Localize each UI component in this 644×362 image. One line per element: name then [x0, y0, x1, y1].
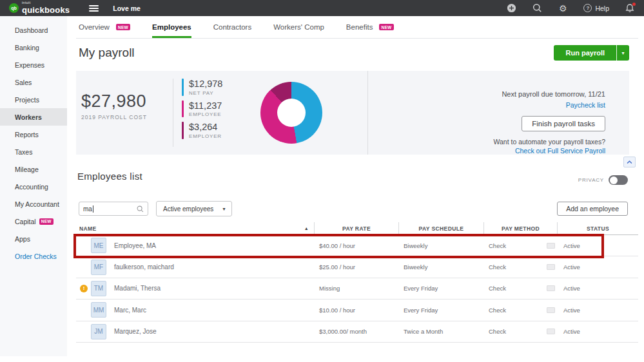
tab-workers-comp[interactable]: Workers' Comp — [273, 16, 324, 38]
pay-method-cell: Check — [483, 285, 557, 292]
employee-name[interactable]: Marquez, Jose — [114, 328, 157, 335]
pay-method-cell: Check — [483, 307, 557, 314]
employee-row[interactable]: JM Marquez, Jose $3,000.00/ month Twice … — [76, 321, 638, 343]
pay-rate-cell: $25.00 / hour — [314, 263, 398, 271]
run-payroll-button[interactable]: Run payroll — [554, 45, 616, 61]
sidebar-item-order-checks[interactable]: Order Checks — [0, 247, 67, 265]
employee-avatar: TM — [91, 281, 106, 296]
employee-row[interactable]: MF faulkerson, maichard $25.00 / hour Bi… — [76, 256, 638, 278]
pay-schedule-cell: Biweekly — [398, 263, 483, 271]
full-service-payroll-link[interactable]: Check out Full Service Payroll — [373, 147, 605, 155]
employee-row[interactable]: ! TM Madami, Thersa Missing Every Friday… — [76, 278, 638, 300]
legend-color-bar — [182, 100, 184, 118]
legend-item-net-pay: $12,978 NET PAY — [182, 79, 222, 96]
tab-contractors[interactable]: Contractors — [213, 16, 251, 38]
employee-name[interactable]: Madami, Thersa — [114, 285, 161, 292]
payroll-total-value: $27,980 — [81, 91, 147, 111]
sidebar-item-accounting[interactable]: Accounting — [0, 178, 67, 195]
quickbooks-logo[interactable]: qb intuit quickbooks — [9, 1, 70, 15]
sidebar-item-my-accountant[interactable]: My Accountant — [0, 195, 67, 213]
hamburger-menu-icon[interactable] — [89, 5, 99, 12]
sidebar-item-banking[interactable]: Banking — [0, 39, 67, 56]
brand-name: quickbooks — [22, 5, 70, 15]
top-navigation-bar: qb intuit quickbooks Love me ⚙ ? Help — [0, 0, 644, 16]
filter-selected-value: Active employees — [163, 205, 213, 213]
sidebar-item-expenses[interactable]: Expenses — [0, 56, 67, 73]
employee-row[interactable]: MM Marc, Marc $10.00 / hour Every Friday… — [76, 300, 638, 321]
magnifier-icon — [137, 205, 144, 213]
column-header-status[interactable]: STATUS — [557, 222, 638, 234]
create-plus-icon[interactable] — [506, 3, 516, 14]
row-indicator-box — [547, 285, 555, 291]
notification-dot — [632, 3, 636, 6]
sidebar-item-sales[interactable]: Sales — [0, 73, 67, 91]
employee-avatar: MF — [91, 260, 106, 275]
pay-schedule-cell: Every Friday — [398, 285, 483, 292]
employees-table-header: NAME ▲ PAY RATE PAY SCHEDULE PAY METHOD … — [76, 222, 638, 235]
tab-benefits[interactable]: Benefits NEW — [346, 16, 394, 38]
column-header-name[interactable]: NAME ▲ — [76, 225, 314, 232]
tab-employees[interactable]: Employees — [152, 16, 191, 38]
legend-item-employer: $3,264 EMPLOYER — [182, 122, 222, 139]
text-cursor — [93, 205, 93, 213]
quickbooks-payroll-page: qb intuit quickbooks Love me ⚙ ? Help — [0, 0, 644, 362]
divider — [367, 71, 368, 155]
qb-logo-icon: qb — [9, 3, 19, 13]
employee-name[interactable]: faulkerson, maichard — [114, 263, 174, 271]
privacy-label: PRIVACY — [578, 177, 604, 183]
employee-name[interactable]: Employee, MA — [114, 242, 156, 249]
employee-name[interactable]: Marc, Marc — [114, 307, 146, 314]
main-content: Overview NEW Employees Contractors Worke… — [67, 16, 638, 362]
status-cell: Active — [557, 307, 638, 314]
gear-icon[interactable]: ⚙ — [558, 3, 568, 14]
sidebar-item-workers[interactable]: Workers — [0, 108, 67, 126]
sidebar-navigation: Dashboard Banking Expenses Sales Project… — [0, 16, 67, 356]
notifications-bell-icon[interactable] — [625, 3, 635, 14]
sidebar-item-dashboard[interactable]: Dashboard — [0, 21, 67, 39]
employee-status-filter-dropdown[interactable]: Active employees ▾ — [156, 201, 232, 216]
new-badge: NEW — [379, 24, 393, 30]
status-cell: Active — [557, 285, 638, 292]
sidebar-item-mileage[interactable]: Mileage — [0, 160, 67, 178]
new-badge: NEW — [116, 24, 130, 30]
collapse-panel-button[interactable] — [623, 157, 636, 167]
sidebar-item-reports[interactable]: Reports — [0, 126, 67, 143]
help-label: Help — [595, 5, 609, 12]
column-header-pay-schedule[interactable]: PAY SCHEDULE — [398, 222, 483, 234]
employee-avatar: ME — [91, 238, 106, 253]
topbar-actions: ⚙ ? Help — [506, 3, 635, 14]
employee-search-input[interactable]: ma — [79, 202, 148, 216]
pay-rate-cell: $3,000.00/ month — [314, 328, 398, 335]
employee-row[interactable]: ME Employee, MA $40.00 / hour Biweekly C… — [76, 235, 638, 256]
search-icon[interactable] — [532, 3, 542, 14]
sidebar-item-taxes[interactable]: Taxes — [0, 143, 67, 160]
column-header-pay-method[interactable]: PAY METHOD — [483, 222, 557, 234]
sidebar-item-capital[interactable]: Capital NEW — [0, 213, 67, 230]
privacy-toggle[interactable] — [609, 175, 628, 185]
column-header-pay-rate[interactable]: PAY RATE — [314, 222, 398, 234]
paycheck-list-link[interactable]: Paycheck list — [373, 101, 605, 109]
sidebar-item-apps[interactable]: Apps — [0, 230, 67, 247]
status-cell: Active — [557, 242, 638, 249]
add-an-employee-button[interactable]: Add an employee — [557, 202, 628, 216]
tab-overview[interactable]: Overview NEW — [79, 16, 130, 38]
page-title: My payroll — [79, 46, 135, 60]
search-input-value: ma — [83, 205, 92, 213]
payroll-summary-panel: $27,980 2019 PAYROLL COST $12,978 NET PA… — [76, 71, 629, 155]
brand-prefix: intuit — [22, 1, 70, 5]
row-indicator-box — [547, 329, 555, 334]
automate-taxes-text: Want to automate your payroll taxes? — [373, 138, 605, 146]
pay-rate-cell: $40.00 / hour — [314, 242, 398, 249]
help-button[interactable]: ? Help — [583, 4, 609, 12]
legend-color-bar — [182, 122, 184, 139]
employees-table: NAME ▲ PAY RATE PAY SCHEDULE PAY METHOD … — [76, 222, 638, 343]
run-payroll-dropdown-button[interactable]: ▾ — [616, 45, 629, 61]
help-icon: ? — [583, 4, 592, 12]
employees-filter-row: ma Active employees ▾ Add an employee — [76, 201, 629, 218]
pay-schedule-cell: Every Friday — [398, 307, 483, 314]
employee-avatar: MM — [91, 302, 106, 318]
status-cell: Active — [557, 328, 638, 335]
sidebar-item-projects[interactable]: Projects — [0, 91, 67, 108]
payroll-total: $27,980 2019 PAYROLL COST — [81, 91, 147, 120]
finish-payroll-tasks-button[interactable]: Finish payroll tasks — [522, 116, 605, 131]
